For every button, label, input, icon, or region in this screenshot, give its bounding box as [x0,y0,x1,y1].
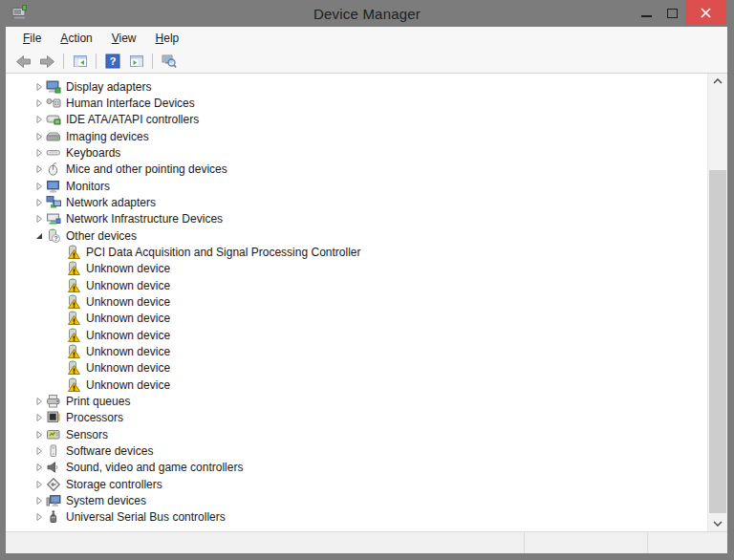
console-tree-button[interactable] [68,51,92,72]
expander-spacer [52,379,66,391]
tree-item-label: IDE ATA/ATAPI controllers [66,113,199,126]
expander-expanded-icon[interactable] [32,230,46,242]
menu-view[interactable]: View [102,29,146,48]
status-panel-3 [647,532,727,553]
tree-item-universal-serial-bus-controllers[interactable]: Universal Serial Bus controllers [6,509,707,526]
tree-item-storage-controllers[interactable]: Storage controllers [6,476,707,492]
tree-item-system-devices[interactable]: System devices [6,492,707,508]
minimize-button[interactable] [634,0,659,26]
storage-controller-icon [46,477,61,492]
device-manager-window: Device Manager FileActionViewHelp ? Disp… [0,0,734,560]
status-panel-1 [6,532,524,553]
help-button[interactable]: ? [100,51,124,72]
status-panel-2 [524,532,647,553]
tree-item-unknown-device[interactable]: Unknown device [6,277,707,293]
expander-collapsed-icon[interactable] [32,445,46,457]
tree-item-imaging-devices[interactable]: Imaging devices [6,128,707,144]
expander-collapsed-icon[interactable] [32,147,46,159]
expander-spacer [52,296,66,308]
expander-collapsed-icon[interactable] [32,163,46,175]
tree-item-network-infrastructure-devices[interactable]: Network Infrastructure Devices [6,211,707,227]
tree-item-label: Sound, video and game controllers [66,461,243,474]
close-icon [701,8,711,18]
svg-text:?: ? [109,55,116,67]
scrollbar-track[interactable] [708,89,727,516]
scroll-up-button[interactable] [708,74,727,89]
unknown-device-warning-icon [66,245,81,260]
tree-item-label: Unknown device [86,361,170,375]
tree-item-pci-data-acquisition-and-signal-processing-controller[interactable]: PCI Data Acquisition and Signal Processi… [6,244,707,260]
window-title: Device Manager [0,6,734,22]
forward-button[interactable] [35,51,59,72]
tree-item-label: Unknown device [86,329,170,342]
tree-item-label: Unknown device [86,295,170,309]
mouse-icon [46,162,61,177]
tree-item-other-devices[interactable]: ?Other devices [6,227,707,244]
close-button[interactable] [685,0,726,25]
expander-collapsed-icon[interactable] [32,495,46,506]
tree-item-ide-ata-atapi-controllers[interactable]: IDE ATA/ATAPI controllers [6,112,707,128]
tree-item-label: Display adapters [66,80,151,94]
minimize-icon [641,15,652,17]
tree-item-unknown-device[interactable]: Unknown device [6,377,707,393]
expander-spacer [52,263,66,274]
expander-collapsed-icon[interactable] [32,81,46,93]
expander-collapsed-icon[interactable] [32,429,46,441]
tree-item-label: Human Interface Devices [66,97,195,110]
expander-collapsed-icon[interactable] [32,412,46,423]
expander-collapsed-icon[interactable] [32,213,46,225]
tree-item-unknown-device[interactable]: Unknown device [6,327,707,343]
tree-item-label: Print queues [66,395,130,408]
tree-item-label: Unknown device [86,262,170,275]
tree-item-unknown-device[interactable]: Unknown device [6,293,707,310]
maximize-button[interactable] [659,0,685,26]
unknown-device-warning-icon [66,328,81,343]
expander-collapsed-icon[interactable] [32,479,46,490]
expander-spacer [52,362,66,374]
printer-icon [46,394,61,409]
expander-collapsed-icon[interactable] [32,197,46,208]
tree-item-unknown-device[interactable]: Unknown device [6,311,707,327]
vertical-scrollbar[interactable] [707,74,727,531]
toolbar-separator [63,54,64,69]
back-button[interactable] [11,51,35,72]
tree-item-label: Storage controllers [66,478,162,491]
expander-collapsed-icon[interactable] [32,181,46,192]
tree-item-sensors[interactable]: Sensors [6,426,707,442]
tree-item-display-adapters[interactable]: Display adapters [6,78,707,95]
tree-item-sound-video-and-game-controllers[interactable]: Sound, video and game controllers [6,460,707,476]
tree-item-unknown-device[interactable]: Unknown device [6,343,707,359]
tree-item-monitors[interactable]: Monitors [6,178,707,194]
tree-item-label: Network adapters [66,196,156,209]
expander-collapsed-icon[interactable] [32,131,46,142]
tree-item-mice-and-other-pointing-devices[interactable]: Mice and other pointing devices [6,162,707,178]
tree-item-keyboards[interactable]: Keyboards [6,144,707,161]
tree-item-software-devices[interactable]: Software devices [6,442,707,459]
tree-item-label: Software devices [66,444,153,458]
scrollbar-thumb[interactable] [709,170,726,513]
menu-file[interactable]: File [13,29,51,48]
tree-item-unknown-device[interactable]: Unknown device [6,261,707,277]
expander-collapsed-icon[interactable] [32,462,46,473]
scan-hardware-button[interactable] [157,51,181,72]
toolbar-separator [152,54,153,69]
expander-collapsed-icon[interactable] [32,114,46,125]
menu-action[interactable]: Action [51,29,101,48]
tree-item-label: Network Infrastructure Devices [66,212,223,226]
tree-item-processors[interactable]: Processors [6,410,707,426]
device-tree: Display adaptersHuman Interface DevicesI… [6,74,707,531]
expander-collapsed-icon[interactable] [32,396,46,407]
monitor-icon [46,179,61,194]
tree-item-network-adapters[interactable]: Network adapters [6,194,707,210]
action-pane-button[interactable] [124,51,148,72]
tree-item-print-queues[interactable]: Print queues [6,393,707,409]
scroll-down-button[interactable] [708,516,727,531]
forward-arrow-icon [39,54,55,70]
tree-item-unknown-device[interactable]: Unknown device [6,360,707,377]
tree-item-human-interface-devices[interactable]: Human Interface Devices [6,95,707,111]
expander-collapsed-icon[interactable] [32,97,46,109]
other-devices-icon: ? [46,228,61,244]
network-infrastructure-icon [46,211,61,226]
menu-help[interactable]: Help [146,29,189,48]
expander-collapsed-icon[interactable] [32,511,46,523]
